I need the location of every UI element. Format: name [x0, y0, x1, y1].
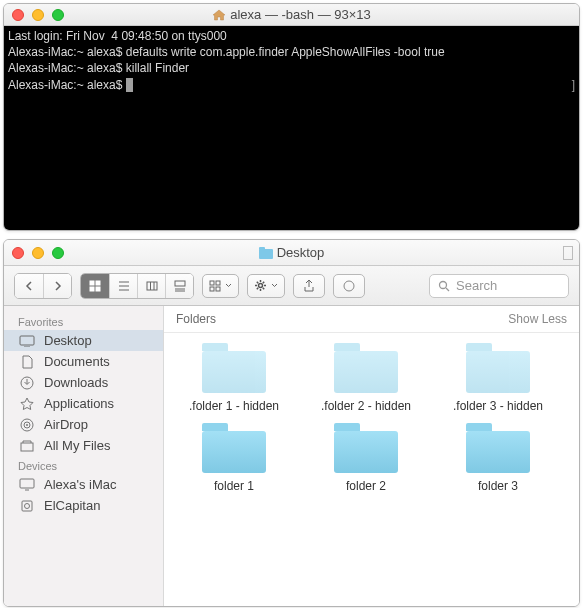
- sidebar-item-applications[interactable]: Applications: [4, 393, 163, 414]
- svg-rect-15: [210, 281, 214, 285]
- folder-label: folder 2: [346, 479, 386, 493]
- terminal-titlebar[interactable]: alexa — -bash — 93×13: [4, 4, 579, 26]
- home-icon: [212, 9, 226, 21]
- arrange-icon: [209, 280, 221, 292]
- search-icon: [438, 280, 450, 292]
- terminal-output[interactable]: Last login: Fri Nov 4 09:48:50 on ttys00…: [4, 26, 579, 230]
- folder-icon: [466, 423, 530, 473]
- files-icon: [20, 440, 34, 452]
- folder-label: folder 1: [214, 479, 254, 493]
- folder-item[interactable]: folder 1: [168, 423, 300, 493]
- folder-icon: [259, 247, 273, 259]
- gear-icon: [254, 279, 267, 292]
- list-view-button[interactable]: [109, 274, 137, 298]
- svg-point-28: [26, 424, 28, 426]
- sidebar-item-imac[interactable]: Alexa's iMac: [4, 474, 163, 495]
- share-icon: [303, 279, 315, 292]
- svg-rect-23: [20, 336, 34, 345]
- folder-item[interactable]: .folder 1 - hidden: [168, 343, 300, 413]
- svg-rect-29: [21, 443, 33, 451]
- svg-point-21: [440, 281, 447, 288]
- svg-point-19: [259, 284, 263, 288]
- svg-rect-17: [210, 287, 214, 291]
- svg-point-33: [25, 503, 30, 508]
- finder-toolbar: Search: [4, 266, 579, 306]
- folder-item[interactable]: folder 2: [300, 423, 432, 493]
- svg-point-20: [344, 281, 354, 291]
- arrange-dropdown[interactable]: [202, 274, 239, 298]
- sidebar-item-documents[interactable]: Documents: [4, 351, 163, 372]
- chevron-down-icon: [271, 283, 278, 288]
- sidebar-item-airdrop[interactable]: AirDrop: [4, 414, 163, 435]
- minimize-icon[interactable]: [32, 247, 44, 259]
- finder-titlebar[interactable]: Desktop: [4, 240, 579, 266]
- finder-content: Folders Show Less .folder 1 - hidden.fol…: [164, 306, 579, 606]
- finder-sidebar: Favorites Desktop Documents Downloads Ap…: [4, 306, 164, 606]
- folder-label: folder 3: [478, 479, 518, 493]
- action-dropdown[interactable]: [247, 274, 285, 298]
- sidebar-head-devices: Devices: [4, 456, 163, 474]
- forward-button[interactable]: [43, 274, 71, 298]
- folder-icon: [466, 343, 530, 393]
- coverflow-view-button[interactable]: [165, 274, 193, 298]
- column-view-button[interactable]: [137, 274, 165, 298]
- folder-item[interactable]: .folder 3 - hidden: [432, 343, 564, 413]
- folders-section-header: Folders Show Less: [164, 306, 579, 333]
- terminal-title: alexa — -bash — 93×13: [230, 7, 371, 22]
- search-placeholder: Search: [456, 278, 497, 293]
- share-button[interactable]: [293, 274, 325, 298]
- terminal-window: alexa — -bash — 93×13 Last login: Fri No…: [3, 3, 580, 231]
- search-field[interactable]: Search: [429, 274, 569, 298]
- sidebar-item-allmyfiles[interactable]: All My Files: [4, 435, 163, 456]
- icon-view-button[interactable]: [81, 274, 109, 298]
- folder-label: .folder 2 - hidden: [321, 399, 411, 413]
- svg-rect-16: [216, 281, 220, 285]
- svg-rect-2: [90, 281, 94, 285]
- svg-rect-18: [216, 287, 220, 291]
- folder-label: .folder 3 - hidden: [453, 399, 543, 413]
- tag-icon: [343, 280, 355, 292]
- imac-icon: [19, 478, 35, 491]
- minimize-icon[interactable]: [32, 9, 44, 21]
- sidebar-item-elcapitan[interactable]: ElCapitan: [4, 495, 163, 516]
- svg-line-22: [446, 288, 449, 291]
- folder-label: .folder 1 - hidden: [189, 399, 279, 413]
- folder-grid: .folder 1 - hidden.folder 2 - hidden.fol…: [164, 333, 579, 503]
- svg-rect-4: [90, 287, 94, 291]
- back-button[interactable]: [15, 274, 43, 298]
- folder-icon: [334, 343, 398, 393]
- maximize-icon[interactable]: [52, 9, 64, 21]
- expand-icon[interactable]: [563, 246, 573, 260]
- chevron-down-icon: [225, 283, 232, 288]
- sidebar-item-desktop[interactable]: Desktop: [4, 330, 163, 351]
- svg-rect-12: [175, 281, 185, 286]
- sidebar-head-favorites: Favorites: [4, 312, 163, 330]
- svg-rect-9: [147, 282, 157, 290]
- folder-item[interactable]: folder 3: [432, 423, 564, 493]
- finder-window: Desktop Search Favorit: [3, 239, 580, 607]
- close-icon[interactable]: [12, 9, 24, 21]
- tags-button[interactable]: [333, 274, 365, 298]
- section-label: Folders: [176, 312, 216, 326]
- folder-icon: [202, 343, 266, 393]
- svg-rect-0: [259, 249, 273, 259]
- show-less-button[interactable]: Show Less: [508, 312, 567, 326]
- maximize-icon[interactable]: [52, 247, 64, 259]
- close-icon[interactable]: [12, 247, 24, 259]
- applications-icon: [20, 397, 34, 411]
- svg-rect-3: [96, 281, 100, 285]
- document-icon: [21, 355, 33, 369]
- airdrop-icon: [20, 418, 34, 432]
- nav-buttons: [14, 273, 72, 299]
- download-icon: [20, 376, 34, 390]
- desktop-icon: [19, 335, 35, 347]
- disk-icon: [20, 499, 34, 513]
- sidebar-item-downloads[interactable]: Downloads: [4, 372, 163, 393]
- folder-item[interactable]: .folder 2 - hidden: [300, 343, 432, 413]
- view-mode-buttons: [80, 273, 194, 299]
- svg-rect-1: [259, 247, 265, 250]
- svg-rect-32: [22, 501, 32, 511]
- svg-rect-5: [96, 287, 100, 291]
- svg-rect-30: [20, 479, 34, 488]
- finder-title: Desktop: [277, 245, 325, 260]
